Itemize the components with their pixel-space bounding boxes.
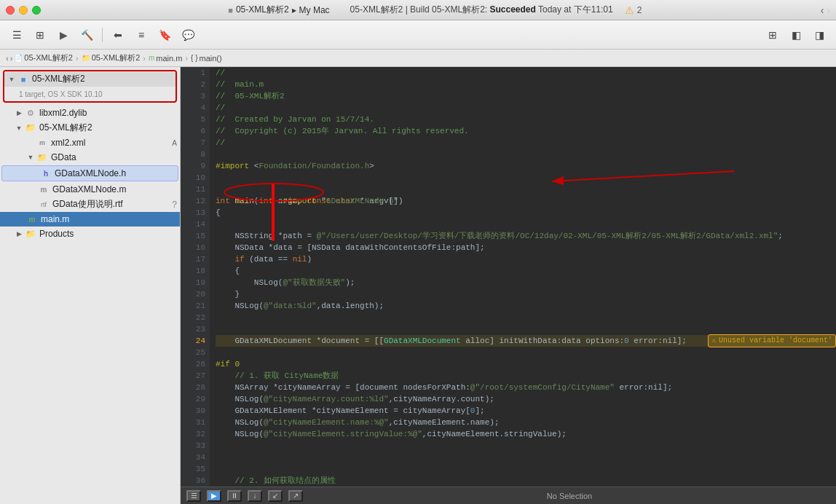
build-status: 05-XML解析2 | Build 05-XML解析2: Succeeded T…: [350, 4, 613, 16]
code-line-25: [216, 347, 836, 358]
ln-22: 22: [181, 312, 210, 323]
ln-30: 30: [181, 405, 210, 417]
warning-icon-inline: ⚠: [711, 335, 716, 347]
ln-32: 32: [181, 428, 210, 440]
code-line-18: {: [216, 265, 836, 277]
bookmark-button[interactable]: 🔖: [154, 25, 176, 45]
close-button[interactable]: [6, 6, 15, 15]
ln-21: 21: [181, 300, 210, 312]
gdata-label: GData: [51, 152, 177, 162]
code-editor[interactable]: // // main.m // 05-XML解析2 // // Created …: [210, 67, 836, 487]
ln-9: 9: [181, 160, 210, 172]
products-icon: 📁: [25, 228, 36, 240]
breadcrumb-bar: ‹ › 📄 05-XML解析2 › 📁 05-XML解析2 › m main.m…: [0, 50, 836, 67]
toolbar: ☰ ⊞ ▶ 🔨 ⬅ ≡ 🔖 💬 ⊞ ◧ ◨: [0, 20, 836, 50]
code-line-11: [216, 184, 836, 195]
sidebar-item-libxml2[interactable]: ▶ ⚙ libxml2.dylib: [0, 106, 180, 120]
breadcrumb-forward[interactable]: ›: [10, 54, 13, 63]
breadcrumb-item-4[interactable]: main(): [200, 54, 222, 63]
warning-count: 2: [637, 5, 642, 15]
ln-31: 31: [181, 417, 210, 428]
code-line-1: //: [216, 67, 836, 79]
editor-wrapper: 1 2 3 4 5 6 7 8 9 10 11 12 13 14 15 16 1: [181, 67, 836, 504]
sidebar-item-gdatartf[interactable]: rtf GData使用说明.rtf ?: [0, 197, 180, 212]
ln-25: 25: [181, 347, 210, 358]
ln-36: 36: [181, 475, 210, 487]
title-bar: ■ 05-XML解析2 ▸ My Mac 05-XML解析2 | Build 0…: [0, 0, 836, 20]
xmlparse2-toggle: ▼: [15, 124, 23, 133]
ln-20: 20: [181, 288, 210, 300]
code-line-10: #import "GDataXMLNode.h": [216, 172, 836, 184]
sidebar-item-gdataxmlnode-h[interactable]: h GDataXMLNode.h: [1, 165, 178, 181]
ln-18: 18: [181, 265, 210, 277]
code-line-9: #import <Foundation/Foundation.h>: [216, 160, 836, 172]
sidebar-item-main-m[interactable]: m main.m: [0, 212, 180, 227]
undo-button[interactable]: ⬅: [107, 25, 129, 45]
status-step-over[interactable]: ↓: [248, 490, 262, 502]
project-label: 05-XML解析2: [32, 73, 173, 85]
status-step-out[interactable]: ↗: [288, 490, 303, 502]
ln-11: 11: [181, 184, 210, 195]
status-step-in[interactable]: ↙: [268, 490, 283, 502]
project-icon: ■: [228, 6, 233, 15]
status-project: 05-XML解析2: [350, 4, 403, 15]
editor-content[interactable]: 1 2 3 4 5 6 7 8 9 10 11 12 13 14 15 16 1: [181, 67, 836, 487]
sidebar-target-info: 1 target, OS X SDK 10.10: [4, 87, 176, 101]
breadcrumb-icon-1: 📄: [14, 54, 23, 62]
sidebar-item-products[interactable]: ▶ 📁 Products: [0, 227, 180, 241]
breadcrumb-back[interactable]: ‹: [6, 54, 9, 63]
status-play[interactable]: ▶: [207, 490, 221, 502]
minimize-button[interactable]: [19, 6, 28, 15]
status-selection: No Selection: [309, 492, 830, 500]
code-line-13: {: [216, 207, 836, 218]
status-pause[interactable]: ⏸: [227, 490, 242, 502]
breadcrumb-item-2[interactable]: 05-XML解析2: [92, 52, 141, 63]
code-line-34: [216, 452, 836, 463]
grid-view-button[interactable]: ⊞: [762, 25, 784, 45]
code-line-8: [216, 149, 836, 160]
redo-button[interactable]: ≡: [130, 25, 152, 45]
code-line-22: [216, 312, 836, 323]
sidebar-item-project[interactable]: ▼ ■ 05-XML解析2: [4, 71, 176, 87]
sidebar-item-xml2[interactable]: ▶ m xml2.xml A: [0, 135, 180, 150]
xml-icon: m: [36, 137, 48, 149]
breadcrumb-item-3[interactable]: main.m: [156, 54, 182, 63]
ln-15: 15: [181, 230, 210, 242]
status-panel-toggle[interactable]: ☰: [186, 490, 201, 502]
code-line-30: GDataXMLElement *cityNameElement = cityN…: [216, 405, 836, 417]
code-line-23: [216, 323, 836, 335]
target-info-text: 1 target, OS X SDK 10.10: [19, 90, 103, 98]
sidebar-toggle-button[interactable]: ☰: [6, 25, 28, 45]
build-button[interactable]: 🔨: [76, 25, 98, 45]
fullscreen-button[interactable]: [32, 6, 41, 15]
forward-nav-button[interactable]: ›: [827, 4, 830, 16]
status-time-prefix: Today at: [538, 4, 574, 15]
warning-badge[interactable]: ⚠ 2: [625, 4, 642, 16]
panel-right-button[interactable]: ◨: [808, 25, 830, 45]
sidebar-item-xmlparse2[interactable]: ▼ 📁 05-XML解析2: [0, 120, 180, 135]
gdata-toggle: ▼: [26, 153, 35, 162]
code-line-20: }: [216, 288, 836, 300]
ln-4: 4: [181, 102, 210, 114]
code-line-24: GDataXMLDocument *document = [[GDataXMLD…: [216, 335, 836, 347]
gdatartf-label: GData使用说明.rtf: [52, 198, 169, 210]
run-button[interactable]: ▶: [52, 25, 74, 45]
breadcrumb-item-1[interactable]: 05-XML解析2: [24, 52, 73, 63]
toolbar-divider-1: [102, 28, 103, 42]
code-line-17: if (data == nil): [216, 253, 836, 265]
comment-button[interactable]: 💬: [177, 25, 199, 45]
code-line-7: //: [216, 137, 836, 149]
sidebar-item-gdataxmlnode-m[interactable]: m GDataXMLNode.m: [0, 182, 180, 197]
xml2-label: xml2.xml: [51, 138, 169, 148]
warning-icon: ⚠: [625, 4, 634, 16]
gdataxmlnode-h-label: GDataXMLNode.h: [55, 168, 175, 178]
panel-left-button[interactable]: ◧: [785, 25, 807, 45]
libxml2-icon: ⚙: [25, 107, 36, 119]
status-action: Build 05-XML解析2:: [410, 4, 487, 15]
header-icon: h: [40, 168, 52, 179]
ln-29: 29: [181, 393, 210, 405]
breadcrumb-icon-3: m: [149, 54, 154, 62]
sidebar-item-gdata[interactable]: ▼ 📁 GData: [0, 150, 180, 165]
scheme-button[interactable]: ⊞: [29, 25, 51, 45]
back-nav-button[interactable]: ‹: [821, 4, 824, 16]
